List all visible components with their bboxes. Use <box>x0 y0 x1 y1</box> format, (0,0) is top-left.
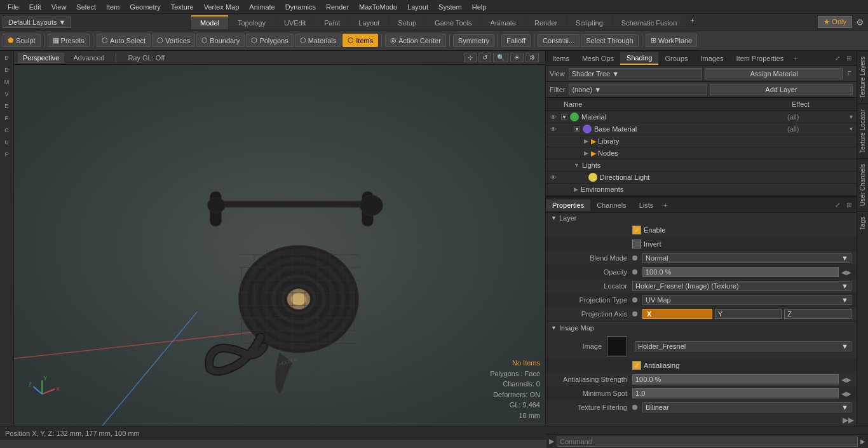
st-eye-material[interactable]: 👁 <box>548 112 559 122</box>
st-row-material[interactable]: 👁 ▼ Material (all) ▼ <box>546 111 857 123</box>
st-eye-library[interactable]: · <box>548 136 559 146</box>
prop-checkbox-antialiasing[interactable]: ✓ <box>632 361 641 370</box>
st-env-expand[interactable]: ▶ <box>574 186 578 193</box>
layout-tab-topology[interactable]: Topology <box>229 15 275 29</box>
sidebar-tool-po[interactable]: P <box>1 112 13 124</box>
prop-dropdown-tex-filter[interactable]: Bilinear ▼ <box>642 402 851 412</box>
st-material-arrow[interactable]: ▼ <box>848 114 854 120</box>
cmd-input[interactable] <box>557 437 858 447</box>
vp-content[interactable]: HOLDER X Y Z No Items Polygons : Face <box>14 65 545 426</box>
prop-checkbox-enable[interactable]: ✓ <box>632 226 641 234</box>
menu-view[interactable]: View <box>46 2 72 12</box>
select-through-btn[interactable]: Select Through <box>581 34 638 47</box>
menu-layout[interactable]: Layout <box>402 2 433 12</box>
st-row-nodes[interactable]: · ▶ ▶ Nodes <box>546 147 857 160</box>
prop-slider-opacity[interactable]: ◀▶ <box>841 269 851 276</box>
rp-tab-plus[interactable]: + <box>790 53 801 64</box>
sculpt-btn[interactable]: ⬟ Sculpt <box>3 34 41 47</box>
sidebar-tool-uv[interactable]: U <box>1 137 13 148</box>
polygons-btn[interactable]: ⬡ Polygons <box>246 34 293 47</box>
prop-checkbox-invert[interactable] <box>632 240 641 248</box>
sidebar-tool-du[interactable]: D <box>1 64 13 76</box>
st-assign-material-btn[interactable]: Assign Material <box>705 68 843 79</box>
image-map-header[interactable]: ▼ Image Map <box>546 321 857 334</box>
menu-file[interactable]: File <box>3 2 24 12</box>
prop-slider-aa[interactable]: ◀▶ <box>841 376 851 383</box>
st-eye-lights[interactable]: · <box>548 160 559 170</box>
props-tab-lists[interactable]: Lists <box>633 200 660 211</box>
sidebar-tool-e[interactable]: E <box>1 100 13 112</box>
menu-texture[interactable]: Texture <box>166 2 199 12</box>
rp-expand-btn-2[interactable]: ⊞ <box>844 53 854 63</box>
cmd-arrow[interactable]: ▶ <box>549 437 554 445</box>
layout-dropdown[interactable]: Default Layouts ▼ <box>3 17 71 28</box>
sidebar-tool-f[interactable]: F <box>1 149 13 160</box>
symmetry-btn[interactable]: Symmetry <box>453 34 495 47</box>
rs-tab-tags[interactable]: Tags <box>857 211 868 235</box>
layout-tab-setup[interactable]: Setup <box>389 15 425 29</box>
prop-dropdown-blend[interactable]: Normal ▼ <box>642 253 851 263</box>
vp-ray-gl[interactable]: Ray GL: Off <box>123 53 170 63</box>
auto-select-btn[interactable]: ⬡ Auto Select <box>97 34 151 47</box>
props-tab-plus[interactable]: + <box>660 200 671 211</box>
layer-header[interactable]: ▼ Layer <box>546 213 857 223</box>
workplane-btn[interactable]: ⊞ WorkPlane <box>646 34 698 47</box>
vp-btn-settings[interactable]: ⚙ <box>526 53 539 62</box>
st-base-arrow[interactable]: ▼ <box>848 126 854 132</box>
menu-maxtomodo[interactable]: MaxToModo <box>354 2 402 12</box>
constraints-btn[interactable]: Constrai... <box>538 34 580 47</box>
sidebar-tool-de[interactable]: D <box>1 52 13 64</box>
prop-input-aa-strength[interactable]: 100.0 % <box>632 374 839 384</box>
st-expand-base[interactable]: ▼ <box>574 126 580 132</box>
st-row-dir-light[interactable]: 👁 · Directional Light <box>546 172 857 184</box>
st-row-library[interactable]: · ▶ ▶ Library <box>546 135 857 147</box>
rp-tab-item-props[interactable]: Item Properties <box>730 53 790 64</box>
rs-tab-texture-locator[interactable]: Texture Locator <box>857 104 868 158</box>
rp-expand-btn-1[interactable]: ⤢ <box>832 53 843 63</box>
menu-vertex-map[interactable]: Vertex Map <box>199 2 245 12</box>
menu-animate[interactable]: Animate <box>244 2 280 12</box>
props-arrow-btn[interactable]: ▶▶ <box>843 416 854 424</box>
rp-tab-mesh-ops[interactable]: Mesh Ops <box>576 53 620 64</box>
props-tab-channels[interactable]: Channels <box>590 200 632 211</box>
rs-tab-user-channels[interactable]: User Channels <box>857 158 868 211</box>
vp-btn-light[interactable]: ☀ <box>510 53 524 62</box>
layout-tab-gametools[interactable]: Game Tools <box>426 15 481 29</box>
menu-render[interactable]: Render <box>321 2 354 12</box>
st-add-layer-btn[interactable]: Add Layer <box>710 84 853 95</box>
layout-tab-layout[interactable]: Layout <box>349 15 388 29</box>
presets-btn[interactable]: ▦ Presets <box>48 34 90 47</box>
falloff-btn[interactable]: Falloff <box>501 34 531 47</box>
prop-input-opacity[interactable]: 100.0 % <box>642 267 839 277</box>
layout-tab-render[interactable]: Render <box>526 15 566 29</box>
boundary-btn[interactable]: ⬡ Boundary <box>196 34 245 47</box>
st-eye-environments[interactable]: · <box>548 184 559 194</box>
action-center-btn[interactable]: ◎ Action Center <box>385 34 446 47</box>
st-expand-material[interactable]: ▼ <box>561 114 567 120</box>
layout-tab-uvedit[interactable]: UVEdit <box>275 15 315 29</box>
st-row-base-material[interactable]: 👁 ▼ Base Material (all) ▼ <box>546 123 857 135</box>
prop-input-min-spot[interactable]: 1.0 <box>632 388 839 398</box>
prop-input-y[interactable]: Y <box>715 309 782 319</box>
menu-edit[interactable]: Edit <box>24 2 46 12</box>
st-library-expand[interactable]: ▶ <box>584 138 588 144</box>
vp-btn-rotate[interactable]: ↺ <box>478 53 491 62</box>
vertices-btn[interactable]: ⬡ Vertices <box>152 34 195 47</box>
prop-dropdown-locator[interactable]: Holder_Fresnel (Image) (Texture) ▼ <box>632 281 851 291</box>
layout-tab-animate[interactable]: Animate <box>482 15 525 29</box>
materials-btn[interactable]: ⬡ Materials <box>295 34 342 47</box>
menu-geometry[interactable]: Geometry <box>125 2 165 12</box>
star-only-btn[interactable]: ★ Only <box>818 16 852 28</box>
st-view-dropdown[interactable]: Shader Tree ▼ <box>569 68 702 79</box>
prop-input-x[interactable]: X <box>642 309 712 319</box>
st-filter-dropdown[interactable]: (none) ▼ <box>569 84 707 95</box>
props-expand-1[interactable]: ⤢ <box>832 200 843 210</box>
layout-tab-scripting[interactable]: Scripting <box>567 15 612 29</box>
vp-btn-crosshair[interactable]: ⊹ <box>464 53 477 62</box>
props-expand-2[interactable]: ⊞ <box>844 200 854 210</box>
cmd-submit[interactable]: ▶ <box>860 438 865 445</box>
settings-icon[interactable]: ⚙ <box>856 17 864 27</box>
menu-select[interactable]: Select <box>71 2 101 12</box>
sidebar-tool-me[interactable]: M <box>1 76 13 88</box>
rp-tab-items[interactable]: Items <box>546 53 576 64</box>
